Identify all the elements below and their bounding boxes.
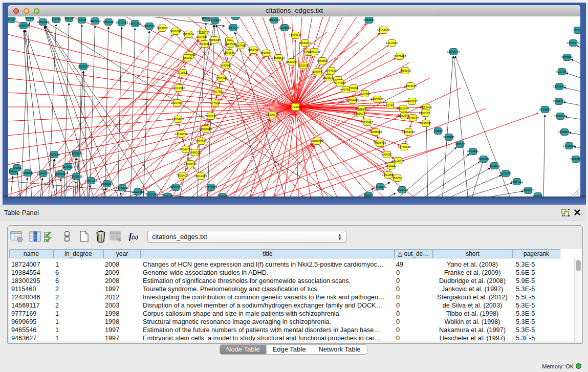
- svg-text:10756928: 10756928: [398, 145, 411, 148]
- svg-text:17016504: 17016504: [563, 144, 576, 147]
- svg-text:16648784: 16648784: [447, 50, 460, 53]
- svg-text:7632621: 7632621: [489, 164, 500, 167]
- svg-text:17359926: 17359926: [70, 152, 83, 155]
- svg-text:2687682: 2687682: [363, 18, 375, 21]
- svg-text:15588520: 15588520: [272, 56, 285, 59]
- svg-text:16914479: 16914479: [194, 174, 207, 178]
- svg-text:16782759: 16782759: [116, 186, 129, 189]
- svg-text:12905135: 12905135: [70, 175, 83, 178]
- svg-text:2367608: 2367608: [235, 44, 246, 47]
- svg-text:9474444: 9474444: [467, 150, 478, 153]
- svg-text:786631: 786631: [356, 112, 365, 115]
- svg-text:9899695: 9899695: [420, 122, 431, 125]
- svg-text:3875685: 3875685: [224, 51, 235, 54]
- svg-text:15495754: 15495754: [407, 116, 420, 119]
- svg-text:8813054: 8813054: [269, 18, 280, 21]
- svg-text:1167533: 1167533: [570, 158, 580, 161]
- svg-text:1292346: 1292346: [146, 193, 157, 196]
- svg-text:19654923: 19654923: [172, 118, 185, 121]
- svg-text:10719155: 10719155: [116, 21, 128, 24]
- svg-text:8186328: 8186328: [209, 38, 220, 41]
- svg-text:1162625: 1162625: [298, 64, 309, 67]
- svg-text:19384554: 19384554: [311, 140, 323, 143]
- svg-text:3624554: 3624554: [359, 92, 371, 95]
- svg-text:16154808: 16154808: [377, 29, 390, 32]
- svg-text:15720407: 15720407: [361, 121, 374, 124]
- svg-text:20364436: 20364436: [346, 99, 359, 102]
- svg-text:16543362: 16543362: [199, 42, 211, 46]
- svg-text:9146821: 9146821: [260, 52, 272, 55]
- svg-text:111741: 111741: [573, 29, 580, 32]
- svg-text:8427552: 8427552: [212, 90, 224, 93]
- svg-text:495961: 495961: [12, 166, 22, 169]
- svg-text:9115460: 9115460: [421, 106, 431, 109]
- svg-text:18107554: 18107554: [171, 101, 184, 104]
- svg-text:3912954: 3912954: [183, 33, 194, 36]
- svg-text:9457791: 9457791: [170, 186, 181, 189]
- svg-text:8215955: 8215955: [539, 108, 551, 111]
- svg-text:62160: 62160: [386, 104, 394, 107]
- svg-text:2935114: 2935114: [478, 158, 489, 161]
- svg-text:1065474: 1065474: [398, 107, 409, 110]
- svg-text:10958107: 10958107: [101, 182, 114, 185]
- svg-text:1150829: 1150829: [22, 171, 33, 174]
- svg-text:15716485: 15716485: [205, 186, 217, 189]
- svg-text:1615152: 1615152: [385, 164, 397, 167]
- svg-text:7515526: 7515526: [144, 25, 155, 28]
- svg-text:1405571: 1405571: [18, 24, 29, 27]
- svg-text:9975867: 9975867: [62, 165, 73, 168]
- svg-text:735261: 735261: [218, 195, 228, 196]
- svg-text:15692971: 15692971: [558, 130, 571, 134]
- svg-text:746266: 746266: [349, 86, 359, 90]
- svg-text:15300275: 15300275: [266, 113, 279, 116]
- svg-text:19218506: 19218506: [278, 26, 291, 29]
- svg-text:17957255: 17957255: [85, 179, 98, 182]
- svg-text:10853287: 10853287: [229, 17, 242, 18]
- svg-text:18907249: 18907249: [374, 142, 386, 145]
- svg-text:1733426: 1733426: [397, 188, 408, 191]
- svg-text:3267130: 3267130: [205, 115, 216, 118]
- svg-text:14099489: 14099489: [184, 162, 197, 165]
- svg-text:948275: 948275: [163, 195, 173, 196]
- svg-text:9327506: 9327506: [196, 35, 207, 38]
- svg-text:9463627: 9463627: [406, 100, 418, 103]
- svg-text:7955812: 7955812: [317, 59, 328, 62]
- svg-text:16671355: 16671355: [129, 22, 142, 25]
- svg-text:14136141: 14136141: [374, 185, 387, 188]
- svg-text:12923466: 12923466: [132, 190, 144, 193]
- svg-text:7663822: 7663822: [157, 27, 168, 30]
- svg-text:2718120: 2718120: [177, 71, 188, 74]
- svg-text:12444151: 12444151: [553, 100, 565, 103]
- svg-text:992160: 992160: [64, 17, 74, 20]
- svg-text:10807487: 10807487: [371, 98, 384, 101]
- svg-text:9327508: 9327508: [225, 42, 236, 46]
- svg-text:19166825: 19166825: [175, 133, 188, 136]
- svg-text:907514: 907514: [25, 17, 35, 19]
- svg-text:5678332: 5678332: [195, 140, 207, 143]
- svg-text:1145194: 1145194: [55, 172, 66, 176]
- svg-text:10688609: 10688609: [369, 130, 382, 134]
- svg-text:160337: 160337: [8, 18, 16, 21]
- svg-text:2020656: 2020656: [49, 153, 60, 156]
- svg-text:104437: 104437: [77, 18, 87, 21]
- svg-text:8660124: 8660124: [170, 30, 181, 33]
- svg-text:10654112: 10654112: [511, 180, 523, 183]
- svg-text:803165: 803165: [421, 112, 430, 115]
- svg-text:7357224: 7357224: [228, 26, 239, 29]
- svg-text:832532: 832532: [533, 194, 543, 196]
- svg-text:8471676: 8471676: [500, 172, 511, 175]
- svg-text:19654923: 19654923: [402, 130, 415, 134]
- svg-text:12093387: 12093387: [553, 85, 566, 88]
- svg-text:16033809: 16033809: [209, 19, 222, 22]
- svg-text:8990443: 8990443: [312, 70, 323, 73]
- svg-text:18724007: 18724007: [289, 105, 302, 108]
- svg-text:98901: 98901: [183, 56, 191, 59]
- svg-text:2803144: 2803144: [216, 77, 227, 80]
- svg-text:9329966: 9329966: [561, 56, 573, 59]
- svg-text:16120746: 16120746: [392, 159, 405, 162]
- svg-text:6794028: 6794028: [325, 69, 337, 72]
- svg-text:687197: 687197: [455, 143, 465, 146]
- svg-text:5498222: 5498222: [189, 151, 201, 154]
- svg-text:16210643: 16210643: [554, 115, 567, 118]
- svg-text:9777169: 9777169: [334, 81, 345, 84]
